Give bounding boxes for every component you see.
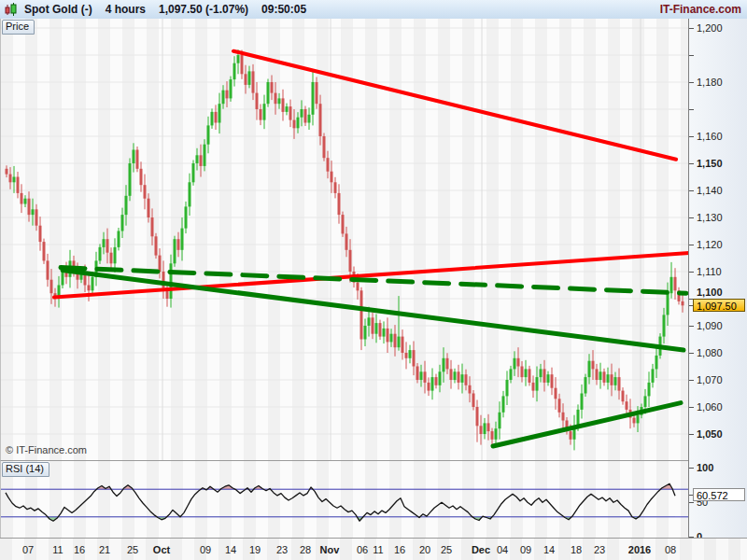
axis-tick xyxy=(689,468,694,469)
axis-tick xyxy=(689,136,694,137)
rsi-panel[interactable]: RSI (14) xyxy=(0,460,689,539)
price-chart-panel[interactable]: Price © IT-Finance.com xyxy=(0,19,689,460)
candlestick-icon xyxy=(4,2,19,17)
price-tick-label: 1,090 xyxy=(697,320,723,331)
time-axis-day-label: 11 xyxy=(52,544,63,555)
time-axis-day-label: 16 xyxy=(74,544,85,555)
price-tick-label: 1,180 xyxy=(697,77,723,88)
candlestick-chart[interactable] xyxy=(1,19,689,460)
time-axis-month-label: Oct xyxy=(153,544,170,555)
price-axis[interactable]: 1,2001,1801,1601,1501,1401,1301,1201,110… xyxy=(688,19,747,538)
time-axis[interactable]: 0711162125Oct0914192328Nov0611162025Dec0… xyxy=(0,538,747,560)
price-tick-label: 1,150 xyxy=(697,158,723,169)
brand-logo: IT-Finance.com xyxy=(660,3,741,16)
rsi-tick-label: 100 xyxy=(697,462,713,473)
instrument-name: Spot Gold (-) xyxy=(24,3,92,16)
axis-tick xyxy=(689,434,694,435)
time-axis-day-label: 16 xyxy=(394,544,405,555)
time-axis-day-label: 09 xyxy=(200,544,211,555)
time-axis-month-label: Dec xyxy=(472,544,490,555)
time-axis-day-label: 06 xyxy=(357,544,368,555)
copyright-watermark: © IT-Finance.com xyxy=(6,444,87,455)
rsi-chart[interactable] xyxy=(1,461,689,539)
time-axis-day-label: 23 xyxy=(276,544,288,555)
price-tick-label: 1,200 xyxy=(697,22,723,34)
time-axis-day-label: 14 xyxy=(543,544,555,555)
tab-price[interactable]: Price xyxy=(2,20,35,35)
price-tick-label: 1,160 xyxy=(697,131,723,142)
price-tick-label: 1,120 xyxy=(697,239,723,250)
time-axis-day-label: 04 xyxy=(497,544,508,555)
axis-tick xyxy=(689,353,694,354)
tab-rsi[interactable]: RSI (14) xyxy=(2,462,49,477)
axis-tick xyxy=(689,272,694,273)
price-tick-label: 1,140 xyxy=(697,185,723,196)
time-axis-month-label: 2016 xyxy=(628,544,651,555)
time-axis-day-label: 14 xyxy=(225,544,236,555)
time-axis-day-label: 19 xyxy=(249,544,261,555)
time-axis-day-label: 08 xyxy=(665,544,676,555)
axis-tick xyxy=(689,82,694,83)
axis-tick xyxy=(689,109,694,110)
time-axis-day-label: 20 xyxy=(419,544,430,555)
axis-tick xyxy=(689,28,694,29)
time-axis-day-label: 25 xyxy=(127,544,138,555)
price-tick-label: 1,070 xyxy=(697,374,723,385)
timeframe-label: 4 hours xyxy=(106,3,146,16)
time-axis-day-label: 07 xyxy=(22,544,34,555)
axis-tick xyxy=(689,190,694,191)
price-tick-label: 1,130 xyxy=(697,212,723,223)
axis-tick xyxy=(689,55,694,56)
title-bar: Spot Gold (-) 4 hours 1,097.50 (-1.07%) … xyxy=(0,0,747,20)
price-tick-label: 1,060 xyxy=(697,401,723,413)
time-axis-day-label: 09 xyxy=(520,544,531,555)
axis-tick xyxy=(689,217,694,218)
time-axis-day-label: 28 xyxy=(300,544,311,555)
chart-window: Spot Gold (-) 4 hours 1,097.50 (-1.07%) … xyxy=(0,0,747,560)
time-axis-day-label: 25 xyxy=(441,544,452,555)
quote-time: 09:50:05 xyxy=(261,3,306,16)
axis-tick xyxy=(689,163,694,164)
time-axis-day-label: 18 xyxy=(571,544,582,555)
last-quote: 1,097.50 (-1.07%) xyxy=(159,3,248,16)
axis-tick xyxy=(689,380,694,381)
axis-tick xyxy=(689,407,694,408)
axis-tick xyxy=(689,326,694,327)
price-tick-label: 1,050 xyxy=(697,428,723,440)
price-tick-label: 1,110 xyxy=(697,266,722,277)
time-axis-month-label: Nov xyxy=(320,544,340,555)
price-tick-label: 1,080 xyxy=(697,347,723,358)
time-axis-day-label: 23 xyxy=(594,544,605,555)
time-axis-day-label: 11 xyxy=(373,544,383,555)
axis-tick xyxy=(689,245,694,245)
price-tick-label: 1,100 xyxy=(697,287,723,298)
last-price-marker: 1,097.50 xyxy=(693,299,745,312)
axis-tick xyxy=(689,502,694,503)
time-axis-day-label: 21 xyxy=(99,544,110,555)
rsi-value-marker: 60.572 xyxy=(693,488,745,501)
